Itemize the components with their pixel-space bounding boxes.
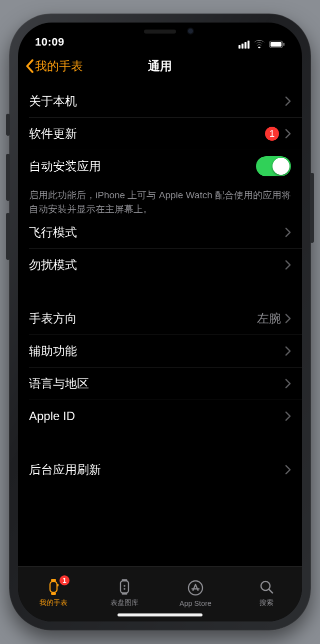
cellular-signal-icon xyxy=(238,41,250,49)
tab-label: App Store xyxy=(180,599,212,607)
tab-app-store[interactable]: App Store xyxy=(160,567,231,610)
gallery-icon xyxy=(116,578,133,596)
row-about[interactable]: 关于本机 xyxy=(18,85,302,117)
search-icon xyxy=(258,578,275,596)
back-label: 我的手表 xyxy=(35,58,83,74)
nav-title: 通用 xyxy=(148,58,172,74)
volume-up-button xyxy=(6,154,10,201)
group-background: 后台应用刷新 xyxy=(18,453,302,486)
row-watch-orientation[interactable]: 手表方向 左腕 xyxy=(18,302,302,335)
nav-bar: 我的手表 通用 xyxy=(18,51,302,82)
svg-point-11 xyxy=(124,588,126,590)
chevron-right-icon xyxy=(285,411,291,421)
app-store-icon xyxy=(187,579,204,597)
chevron-right-icon xyxy=(285,129,291,139)
svg-point-10 xyxy=(124,585,126,587)
row-language-region[interactable]: 语言与地区 xyxy=(18,367,302,400)
update-badge: 1 xyxy=(265,127,279,141)
row-label: 软件更新 xyxy=(29,126,265,142)
row-label: 辅助功能 xyxy=(29,343,285,359)
phone-frame: 10:09 我的手表 通用 xyxy=(9,14,311,630)
tab-label: 表盘图库 xyxy=(110,598,139,607)
content[interactable]: 关于本机 软件更新 1 自动安装应用 启用此功能后，iPhon xyxy=(18,82,302,566)
group-modes: 飞行模式 勿扰模式 xyxy=(18,216,302,281)
row-apple-id[interactable]: Apple ID xyxy=(18,400,302,432)
chevron-right-icon xyxy=(285,260,291,270)
tab-label: 搜索 xyxy=(260,598,274,607)
svg-rect-6 xyxy=(58,584,59,586)
svg-rect-3 xyxy=(50,581,57,592)
tab-my-watch[interactable]: 1 我的手表 xyxy=(18,567,89,610)
side-button xyxy=(310,173,314,243)
back-button[interactable]: 我的手表 xyxy=(25,51,83,82)
speaker xyxy=(144,30,176,34)
volume-down-button xyxy=(6,213,10,260)
row-do-not-disturb[interactable]: 勿扰模式 xyxy=(18,248,302,281)
row-accessibility[interactable]: 辅助功能 xyxy=(18,335,302,367)
row-label: 语言与地区 xyxy=(29,376,285,392)
row-label: 后台应用刷新 xyxy=(29,462,285,478)
group-settings: 手表方向 左腕 辅助功能 语言与地区 xyxy=(18,302,302,432)
svg-rect-7 xyxy=(120,581,128,593)
row-label: 关于本机 xyxy=(29,93,285,109)
row-label: 自动安装应用 xyxy=(29,158,256,174)
chevron-right-icon xyxy=(285,465,291,475)
row-airplane-mode[interactable]: 飞行模式 xyxy=(18,216,302,248)
svg-rect-4 xyxy=(51,579,56,581)
chevron-right-icon xyxy=(285,313,291,324)
row-auto-install: 自动安装应用 xyxy=(18,150,302,182)
svg-rect-8 xyxy=(122,579,128,581)
svg-rect-5 xyxy=(51,592,56,595)
row-background-refresh[interactable]: 后台应用刷新 xyxy=(18,453,302,486)
svg-point-12 xyxy=(188,581,202,595)
front-camera xyxy=(187,28,194,35)
notch xyxy=(98,23,222,41)
row-software-update[interactable]: 软件更新 1 xyxy=(18,117,302,150)
mute-switch xyxy=(6,114,10,136)
auto-install-footer: 启用此功能后，iPhone 上可与 Apple Watch 配合使用的应用将自动… xyxy=(18,182,302,216)
svg-rect-2 xyxy=(284,43,284,46)
row-label: Apple ID xyxy=(29,409,285,423)
status-time: 10:09 xyxy=(35,36,64,49)
svg-rect-9 xyxy=(122,593,128,595)
group-general: 关于本机 软件更新 1 自动安装应用 xyxy=(18,85,302,182)
watch-icon: 1 xyxy=(44,578,62,596)
chevron-left-icon xyxy=(25,59,34,73)
screen: 10:09 我的手表 通用 xyxy=(18,23,302,621)
tab-label: 我的手表 xyxy=(40,598,68,607)
chevron-right-icon xyxy=(285,379,291,389)
row-label: 手表方向 xyxy=(29,310,257,327)
row-label: 飞行模式 xyxy=(29,224,285,240)
svg-rect-1 xyxy=(270,42,282,47)
chevron-right-icon xyxy=(285,346,291,356)
chevron-right-icon xyxy=(285,227,291,237)
tab-search[interactable]: 搜索 xyxy=(231,567,302,610)
svg-line-14 xyxy=(269,589,272,593)
auto-install-toggle[interactable] xyxy=(256,156,291,176)
tab-face-gallery[interactable]: 表盘图库 xyxy=(89,567,160,610)
battery-icon xyxy=(269,41,285,48)
row-value: 左腕 xyxy=(257,310,281,327)
tab-badge: 1 xyxy=(60,575,70,585)
row-label: 勿扰模式 xyxy=(29,257,285,273)
home-indicator[interactable] xyxy=(118,613,202,616)
wifi-icon xyxy=(254,40,265,49)
status-right xyxy=(238,40,285,49)
chevron-right-icon xyxy=(285,96,291,106)
